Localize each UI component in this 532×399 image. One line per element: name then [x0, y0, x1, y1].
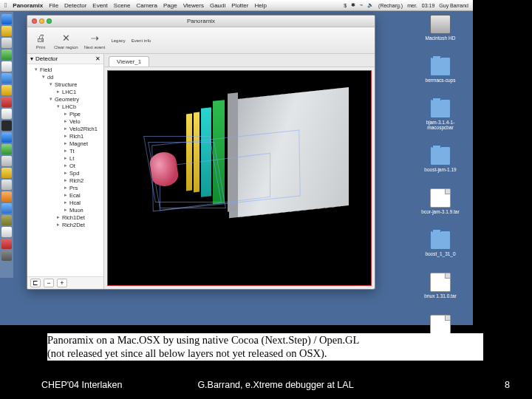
tree-item[interactable]: Rich2 [64, 177, 103, 184]
menu-detector[interactable]: Detector [64, 2, 86, 9]
toolbar-label: Legacy [111, 38, 125, 43]
toolbar-legacy[interactable]: Legacy [111, 38, 125, 43]
desktop-label: bermacs-cups [426, 78, 456, 83]
tree-item[interactable]: Ot [64, 162, 103, 169]
menu-event[interactable]: Event [92, 2, 107, 9]
status-user: Guy Barrand [439, 3, 468, 8]
desktop-item[interactable]: bcor-jam-3.1.9.tar [421, 188, 459, 214]
desktop-item[interactable]: boost-jam-1.19 [424, 146, 456, 172]
dock-icon[interactable] [1, 26, 12, 36]
dock-icon[interactable] [1, 191, 12, 202]
sidebar-title: Detector [35, 55, 58, 62]
status-day: mer. [407, 3, 417, 8]
tree-item[interactable]: Structure [50, 81, 103, 88]
dock-icon[interactable] [1, 109, 12, 119]
tree-item[interactable]: Spd [64, 169, 103, 177]
tree-item[interactable]: LHC1 [57, 88, 103, 95]
menu-gaudi[interactable]: Gaudi [210, 2, 225, 9]
folder-icon [430, 146, 451, 166]
zoom-in-button[interactable]: + [57, 279, 67, 287]
tab-row: Viewer_1 [104, 54, 375, 67]
desktop-item[interactable]: bnux 1.31.0.tar [424, 273, 456, 299]
slide-footer: CHEP'04 Interlaken G.Barrand, e.Xtreme d… [41, 380, 510, 390]
dock-icon[interactable] [1, 227, 12, 237]
window-titlebar[interactable]: Panoramix [27, 16, 375, 27]
close-icon[interactable]: ✕ [95, 55, 100, 62]
tree-item[interactable]: Magnet [64, 140, 103, 147]
tree-item[interactable]: Muon [64, 206, 103, 214]
dock-icon[interactable] [1, 203, 12, 214]
sidebar-header[interactable]: ▾ Detector ✕ [27, 54, 103, 64]
apple-logo-icon:  [4, 1, 7, 9]
dock-icon[interactable] [1, 250, 12, 261]
detector-render [108, 71, 371, 285]
dock-icon[interactable] [1, 132, 12, 143]
zoom-out-button[interactable]: − [44, 279, 54, 287]
dock-icon[interactable] [1, 239, 12, 249]
tree-dd[interactable]: dd [42, 73, 103, 81]
status-time: 03:19 [422, 3, 435, 8]
menu-file[interactable]: File [49, 2, 58, 9]
caption-line2: (not released yet since all below layers… [47, 347, 327, 359]
dock-icon[interactable] [1, 215, 12, 225]
caption-line1: Panoramix on a Mac.OSX by using native C… [47, 334, 359, 346]
tree-item[interactable]: Tt [64, 147, 103, 154]
opengl-viewport[interactable] [107, 70, 372, 286]
clear-icon: ✕ [58, 31, 73, 44]
status-0: $ [344, 3, 347, 8]
toolbar: 🖨 Print ✕ Clear region ⇢ Next event Lega… [27, 27, 375, 54]
tree-item[interactable]: Lt [64, 154, 103, 162]
file-icon [430, 315, 451, 334]
arrow-right-icon: ⇢ [87, 31, 102, 44]
menu-page[interactable]: Page [163, 2, 177, 9]
dock-icon[interactable] [1, 180, 12, 190]
collapse-button[interactable]: ⊏ [30, 279, 41, 287]
file-icon [430, 273, 451, 292]
menu-scene[interactable]: Scene [114, 2, 131, 9]
menu-plotter[interactable]: Plotter [231, 2, 248, 9]
tree-item[interactable]: Ecal [64, 191, 103, 199]
dock-icon[interactable] [1, 156, 12, 166]
tree-item[interactable]: Rich1Det [57, 214, 103, 221]
tree-item[interactable]: Velo [64, 117, 103, 125]
menu-help[interactable]: Help [254, 2, 266, 9]
tab-viewer1[interactable]: Viewer_1 [109, 56, 149, 66]
dock-icon[interactable] [1, 120, 12, 131]
tree-item[interactable]: Rich1 [64, 132, 103, 140]
tree-root[interactable]: Field [35, 66, 103, 73]
dock-icon[interactable] [1, 14, 12, 24]
toolbar-event-info[interactable]: Event info [132, 38, 151, 43]
menu-viewers[interactable]: Viewers [183, 2, 204, 9]
desktop-label: bjam-3.1.4-1-macospcbar [415, 120, 466, 130]
chevron-down-icon: ▾ [30, 55, 33, 62]
desktop-item[interactable]: Macintosh HD [426, 15, 456, 41]
status-1: ✱ [351, 2, 355, 8]
desktop-item[interactable]: bermacs-cups [426, 57, 456, 83]
toolbar-next-event[interactable]: ⇢ Next event [84, 31, 106, 50]
dock-icon[interactable] [1, 85, 12, 95]
dock-icon[interactable] [1, 61, 12, 72]
dock-icon[interactable] [1, 168, 12, 178]
tree-item[interactable]: Rich2Det [57, 221, 103, 228]
file-icon [430, 188, 451, 208]
dock-icon[interactable] [1, 73, 12, 83]
desktop-item[interactable]: boost_1_31_0 [425, 231, 455, 256]
sidebar-footer: ⊏ − + [27, 276, 103, 289]
tree-item[interactable]: LHCb [57, 103, 103, 110]
tree-item[interactable]: Hcal [64, 199, 103, 206]
dock-icon[interactable] [1, 144, 12, 154]
desktop-item[interactable]: bjam-3.1.4-1-macospcbar [415, 99, 466, 130]
menu-panoramix[interactable]: Panoramix [13, 2, 43, 9]
menu-camera[interactable]: Camera [136, 2, 157, 9]
dock-icon[interactable] [1, 50, 12, 60]
tree-item[interactable]: Pipe [64, 110, 103, 117]
dock-icon[interactable] [1, 97, 12, 107]
detector-tree: Field dd Structure LHC1 Geometry [27, 64, 103, 276]
tree-item[interactable]: Velo2Rich1 [64, 125, 103, 132]
dock-icon[interactable] [1, 38, 12, 48]
toolbar-print[interactable]: 🖨 Print [33, 31, 48, 50]
tree-item[interactable]: Geometry [50, 95, 103, 103]
toolbar-clear-region[interactable]: ✕ Clear region [54, 31, 78, 50]
status-battery-text: (Recharg.) [378, 3, 403, 8]
tree-item[interactable]: Prs [64, 184, 103, 191]
